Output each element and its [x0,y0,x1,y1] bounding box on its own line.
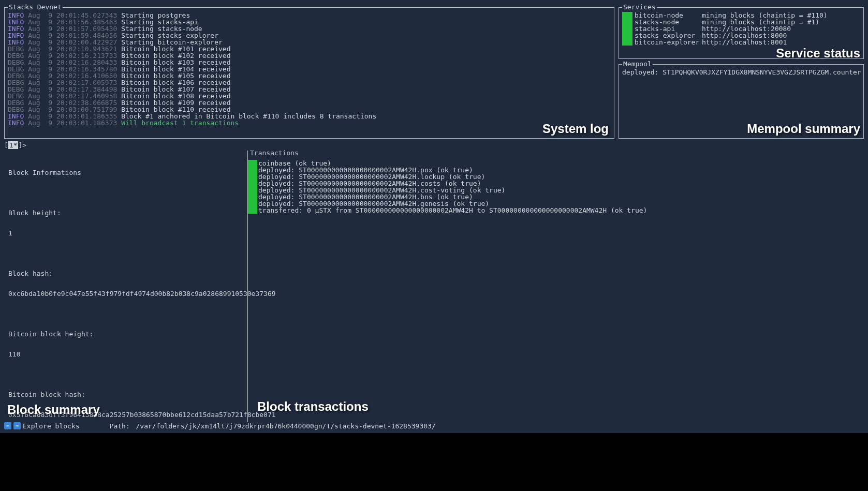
stacks-devnet-title: Stacks Devnet [8,4,63,10]
path-value: /var/folders/jk/xm14lt7j79zdkrpr4b76k044… [136,423,436,429]
mempool-title: Mempool [622,61,653,67]
log-output: INFO Aug 9 20:01:45.027343 Starting post… [8,12,611,126]
btc-hash-label: Bitcoin block hash: [8,391,243,398]
tab-active-block[interactable]: 1* [8,141,19,149]
status-ok-icon [248,160,257,167]
overlay-service-status: Service status [776,47,860,59]
service-status-text: http://localhost:8001 [702,39,787,46]
status-ok-icon [622,25,632,32]
status-bar: ⬅ ➡ Explore blocks Path: /var/folders/jk… [4,422,864,430]
mempool-list: deployed: ST1PQHQKV0RJXZFY1DGX8MNSNYVE3V… [622,69,860,76]
service-row: bitcoin-explorerhttp://localhost:8001 [622,39,860,46]
services-list: bitcoin-nodemining blocks (chaintip = #1… [622,12,860,46]
prev-block-button[interactable]: ⬅ [4,422,11,429]
btc-height-label: Bitcoin block height: [8,331,243,337]
block-hash-label: Block hash: [8,270,243,277]
btc-height-value: 110 [8,351,243,358]
overlay-mempool-summary: Mempool summary [747,123,860,135]
transactions-list: coinbase (ok true)deployed: ST0000000000… [248,160,862,214]
status-ok-icon [248,207,257,214]
status-ok-icon [248,180,257,187]
status-ok-icon [248,194,257,200]
status-ok-icon [248,167,257,173]
status-ok-icon [622,19,632,25]
system-log-panel: Stacks Devnet INFO Aug 9 20:01:45.027343… [4,7,614,139]
mempool-panel: Mempool deployed: ST1PQHQKV0RJXZFY1DGX8M… [619,64,864,139]
log-line: INFO Aug 9 20:03:01.186373 Will broadcas… [8,120,611,126]
status-ok-icon [622,32,632,39]
block-height-value: 1 [8,230,243,236]
explore-blocks-label: Explore blocks [23,423,80,429]
overlay-block-transactions: Block transactions [257,400,369,413]
block-height-label: Block height: [8,210,243,216]
status-ok-icon [622,39,632,46]
transaction-text: transfered: 0 µSTX from ST00000000000000… [257,207,647,214]
next-block-button[interactable]: ➡ [13,422,21,429]
services-title: Services [622,4,657,10]
status-ok-icon [622,12,632,19]
block-info-panel: Block Informations Block height: 1 Block… [4,151,247,422]
transaction-row: transfered: 0 µSTX from ST00000000000000… [248,207,862,214]
path-label: Path: [110,423,134,429]
service-name: bitcoin-explorer [635,39,702,46]
transactions-panel: Transactions coinbase (ok true)deployed:… [247,151,864,422]
block-info-title: Block Informations [8,169,243,176]
status-ok-icon [248,200,257,207]
transactions-title: Transactions [250,150,299,156]
block-tab-bar[interactable]: [1*]> [4,142,864,148]
mempool-entry: deployed: ST1PQHQKV0RJXZFY1DGX8MNSNYVE3V… [622,69,860,76]
status-ok-icon [248,187,257,194]
unused-region [0,433,868,491]
services-panel: Services bitcoin-nodemining blocks (chai… [619,7,864,59]
btc-hash-value: 0x5f6ca683dff3f96413838ca25257b03865870b… [8,411,243,418]
status-ok-icon [248,173,257,180]
block-hash-value: 0xc6bda10b0fe9c047e55f43f979fdf4974d00b8… [8,290,243,297]
